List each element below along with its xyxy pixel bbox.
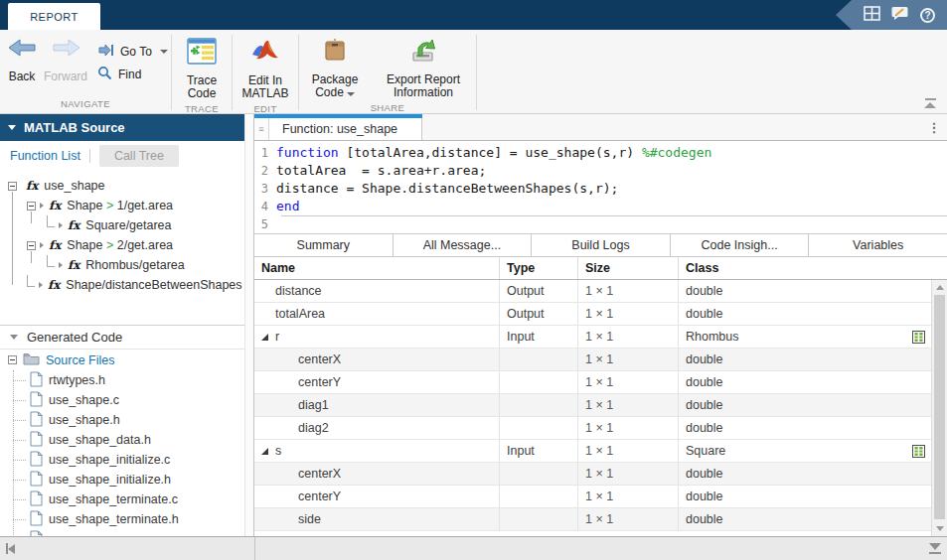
scrollbar-thumb[interactable] (934, 295, 945, 519)
sidebar-scrollbar[interactable] (244, 114, 253, 536)
generated-code-header[interactable]: Generated Code (0, 325, 244, 350)
collapse-toggle[interactable] (8, 182, 17, 191)
matlab-source-title: MATLAB Source (24, 120, 125, 135)
table-scrollbar[interactable] (931, 280, 947, 536)
line-number: 5 (254, 215, 276, 233)
tab-function-list[interactable]: Function List (10, 149, 80, 163)
folder-icon (23, 352, 40, 368)
ribbon-separator (476, 35, 477, 110)
tab-summary[interactable]: Summary (254, 234, 394, 256)
table-row[interactable]: diag21 × 1double (254, 417, 931, 440)
tab-build-logs[interactable]: Build Logs (532, 234, 671, 256)
tree-arrow-icon (59, 262, 63, 268)
table-row[interactable]: centerX1 × 1double (254, 349, 931, 371)
collapse-toggle[interactable] (27, 241, 36, 250)
file-tree-item[interactable]: use_shape.c (0, 390, 244, 410)
file-tree-item[interactable]: use_shape_terminate.h (0, 509, 244, 529)
file-name: use_shape_initialize.h (49, 473, 171, 487)
back-button[interactable]: Back (0, 38, 44, 83)
cell-size: 1 × 1 (578, 417, 679, 439)
find-button[interactable]: Find (97, 66, 168, 83)
code-line[interactable]: 5 (254, 215, 947, 233)
table-row[interactable]: centerX1 × 1double (254, 463, 931, 486)
code-line[interactable]: 1function [totalArea,distance] = use_sha… (254, 144, 947, 162)
code-line[interactable]: 2totalArea = s.area+r.area; (254, 162, 947, 180)
cell-class: Rhombus (679, 326, 931, 348)
table-row[interactable]: rInput1 × 1Rhombus (254, 326, 931, 349)
function-tree-item[interactable]: fxShape/distanceBetweenShapes (0, 275, 244, 295)
collapse-toggle[interactable] (27, 202, 36, 210)
collapse-left-panel-icon[interactable] (6, 543, 15, 554)
file-tree-item[interactable]: rtwtypes.h (0, 370, 244, 390)
help-icon[interactable]: ? (920, 8, 935, 23)
code-line[interactable]: 3distance = Shape.distanceBetweenShapes(… (254, 180, 947, 198)
file-tree-item[interactable]: use_shape_terminate.c (0, 490, 244, 509)
table-row[interactable]: totalAreaOutput1 × 1double (254, 303, 931, 326)
file-name: use_shape_initialize.c (49, 453, 170, 467)
column-header-class[interactable]: Class (679, 257, 947, 279)
code-text: totalArea = s.area+r.area; (276, 162, 486, 180)
code-viewer[interactable]: 1function [totalArea,distance] = use_sha… (254, 141, 947, 233)
collapse-toggle[interactable] (8, 355, 17, 364)
tab-code-insigh[interactable]: Code Insigh... (671, 234, 810, 256)
tab-function-use-shape[interactable]: Function: use_shape (269, 118, 422, 140)
file-tree-item-clipped[interactable] (0, 529, 244, 536)
function-tree-item[interactable]: fxShape > 1/get.area (0, 196, 244, 215)
expand-triangle-icon[interactable] (261, 448, 268, 455)
code-line[interactable]: 4end (254, 198, 947, 215)
package-code-button[interactable]: Package Code (299, 36, 371, 99)
scroll-down-icon[interactable] (932, 522, 947, 535)
edit-in-matlab-button[interactable]: Edit In MATLAB (233, 36, 298, 100)
panel-grip-icon[interactable]: ≡ (254, 118, 269, 140)
goto-button[interactable]: Go To (97, 44, 168, 60)
cell-name: centerX (254, 349, 500, 370)
object-class-icon (912, 445, 925, 458)
cell-name: centerX (254, 463, 500, 485)
tab-variables[interactable]: Variables (809, 234, 947, 256)
table-row[interactable]: distanceOutput1 × 1double (254, 280, 931, 303)
variables-table-body: distanceOutput1 × 1doubletotalAreaOutput… (254, 280, 931, 536)
file-tree-item[interactable]: use_shape.h (0, 410, 244, 430)
file-tree-item[interactable]: use_shape_initialize.c (0, 450, 244, 470)
table-row[interactable]: sInput1 × 1Square (254, 440, 931, 463)
forward-button[interactable]: Forward (44, 38, 87, 83)
tab-all-message[interactable]: All Message... (394, 234, 533, 256)
cell-size: 1 × 1 (578, 280, 679, 302)
group-edit: Edit In MATLAB EDIT (233, 30, 298, 113)
file-icon (30, 411, 43, 430)
table-row[interactable]: diag11 × 1double (254, 394, 931, 417)
tree-stub (13, 499, 26, 500)
file-tree-item[interactable]: use_shape_data.h (0, 430, 244, 450)
column-header-name[interactable]: Name (254, 257, 500, 279)
table-row[interactable]: side1 × 1double (254, 508, 931, 531)
column-header-type[interactable]: Type (500, 257, 578, 279)
fx-icon: fx (48, 278, 60, 292)
collapse-bottom-panel-icon[interactable] (929, 543, 941, 554)
function-tree-item[interactable]: fxRhombus/getarea (0, 255, 244, 275)
collapse-ribbon-icon[interactable] (923, 98, 937, 108)
feedback-icon[interactable] (891, 6, 909, 25)
file-name: rtwtypes.h (49, 373, 105, 387)
file-tree-item[interactable]: use_shape_initialize.h (0, 470, 244, 490)
function-tree-item[interactable]: fxuse_shape (0, 176, 244, 196)
function-tree-item[interactable]: fxSquare/getarea (0, 215, 244, 235)
function-tree-item[interactable]: fxShape > 2/get.area (0, 235, 244, 255)
expand-triangle-icon[interactable] (261, 334, 268, 341)
cell-size: 1 × 1 (578, 394, 679, 416)
fx-icon: fx (49, 199, 61, 212)
tab-call-tree[interactable]: Call Tree (99, 145, 179, 167)
source-files-node[interactable]: Source Files (0, 350, 244, 370)
tab-report[interactable]: REPORT (8, 3, 100, 30)
cell-class: double (679, 463, 931, 485)
cell-size: 1 × 1 (578, 508, 679, 530)
scroll-up-icon[interactable] (932, 281, 947, 294)
trace-code-button[interactable]: Trace Code (172, 36, 232, 100)
more-options-icon[interactable]: ⋮ (921, 114, 947, 140)
export-report-button[interactable]: Export Report Information (371, 36, 476, 99)
cell-class: Square (679, 440, 931, 462)
layout-grid-icon[interactable] (864, 6, 880, 25)
matlab-source-header[interactable]: MATLAB Source (0, 114, 244, 141)
column-header-size[interactable]: Size (578, 257, 679, 279)
table-row[interactable]: centerY1 × 1double (254, 371, 931, 394)
table-row[interactable]: centerY1 × 1double (254, 486, 931, 508)
